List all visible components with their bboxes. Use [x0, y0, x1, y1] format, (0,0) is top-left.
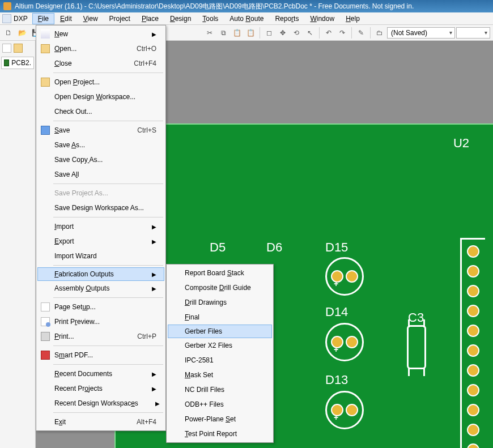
redo-icon[interactable]: ↷ — [336, 27, 348, 39]
menu-item-exit[interactable]: ExitAlt+F4 — [37, 415, 164, 429]
menu-item-save-copy-as[interactable]: Save Copy As... — [37, 152, 164, 167]
menu-file[interactable]: File — [32, 13, 54, 24]
pad-icon — [467, 364, 479, 377]
label-d14: D14 — [325, 305, 348, 319]
menu-item-close[interactable]: CloseCtrl+F4 — [37, 56, 164, 71]
browse-icon[interactable]: 🗀 — [373, 27, 386, 39]
submenu-item-mask-set[interactable]: Mask Set — [168, 368, 272, 382]
menu-item-save-all[interactable]: Save All — [37, 167, 164, 182]
menu-item-label: Page Setup... — [54, 303, 96, 311]
menu-window[interactable]: Window — [304, 13, 340, 24]
submenu-item-gerber-files[interactable]: Gerber Files — [168, 325, 272, 338]
menu-item-new[interactable]: New▶ — [37, 27, 164, 41]
toolbar-separator — [260, 27, 260, 39]
toolbar-separator — [351, 27, 352, 39]
menu-shortcut: Ctrl+P — [120, 332, 156, 340]
submenu-item-gerber-x2-files[interactable]: Gerber X2 Files — [168, 338, 272, 353]
paste-icon[interactable]: 📋 — [231, 27, 243, 39]
pad-icon — [467, 305, 479, 317]
open-icon[interactable]: 📂 — [16, 27, 28, 39]
menu-item-label: ODB++ Files — [185, 400, 224, 408]
panel-open-icon — [14, 44, 23, 53]
dxp-label[interactable]: DXP — [14, 15, 28, 23]
menu-item-print[interactable]: Print...Ctrl+P — [37, 329, 164, 344]
submenu-item-ipc-2581[interactable]: IPC-2581 — [168, 353, 272, 368]
menu-item-print-preview[interactable]: Print Preview... — [37, 314, 164, 329]
menu-item-open-project[interactable]: Open Project... — [37, 75, 164, 89]
menu-item-assembly-outputs[interactable]: Assembly Outputs▶ — [37, 281, 164, 296]
menu-item-label: Assembly Outputs — [54, 284, 109, 292]
menu-item-label: Gerber X2 Files — [185, 342, 232, 349]
menu-item-label: Save Copy As... — [54, 156, 103, 164]
cut-icon[interactable]: ✂ — [203, 27, 216, 39]
menu-item-save-as[interactable]: Save As... — [37, 138, 164, 152]
menu-tools[interactable]: Tools — [197, 13, 224, 24]
menu-reports[interactable]: Reports — [269, 13, 304, 24]
label-d13: D13 — [325, 373, 348, 387]
select-rect-icon[interactable]: ◻ — [263, 27, 275, 39]
menu-help[interactable]: Help — [340, 13, 366, 24]
dxp-button-icon[interactable] — [2, 14, 11, 23]
menu-item-label: Import — [54, 223, 74, 231]
submenu-item-report-board-stack[interactable]: Report Board Stack — [168, 266, 272, 280]
menu-item-save[interactable]: SaveCtrl+S — [37, 123, 164, 138]
menu-item-open[interactable]: Open...Ctrl+O — [37, 41, 164, 56]
menu-edit[interactable]: Edit — [54, 13, 78, 24]
menu-separator — [53, 184, 163, 184]
pad-icon — [467, 443, 479, 448]
menu-item-page-setup[interactable]: Page Setup... — [37, 300, 164, 314]
menu-design[interactable]: Design — [164, 13, 197, 24]
highlight-icon[interactable]: ✎ — [355, 27, 367, 39]
menu-separator — [53, 72, 163, 73]
panel-header[interactable] — [0, 41, 35, 56]
component-d13 — [325, 391, 364, 429]
menu-project[interactable]: Project — [104, 13, 136, 24]
menu-separator — [53, 364, 163, 365]
menu-item-check-out[interactable]: Check Out... — [37, 104, 164, 119]
paste-special-icon[interactable]: 📋 — [244, 27, 257, 39]
menu-item-import[interactable]: Import▶ — [37, 219, 164, 234]
menu-item-label: Mask Set — [185, 371, 213, 379]
toolbar-separator — [370, 27, 371, 39]
toolbar-separator — [319, 27, 320, 39]
menu-item-import-wizard[interactable]: Import Wizard — [37, 249, 164, 263]
secondary-combo[interactable] — [456, 27, 490, 39]
menu-item-label: Gerber Files — [185, 327, 222, 335]
menu-item-smart-pdf[interactable]: Smart PDF... — [37, 348, 164, 362]
menu-item-label: NC Drill Files — [185, 386, 224, 394]
submenu-item-test-point-report[interactable]: Test Point Report — [168, 426, 272, 441]
menu-item-export[interactable]: Export▶ — [37, 234, 164, 249]
menu-place[interactable]: Place — [136, 13, 164, 24]
submenu-arrow-icon: ▶ — [135, 271, 156, 278]
saved-state-combo[interactable]: (Not Saved) — [387, 27, 455, 39]
menu-item-label: Close — [54, 59, 72, 67]
menu-item-recent-projects[interactable]: Recent Projects▶ — [37, 381, 164, 396]
menu-item-recent-documents[interactable]: Recent Documents▶ — [37, 366, 164, 381]
submenu-item-drill-drawings[interactable]: Drill Drawings — [168, 295, 272, 310]
submenu-item-odb-files[interactable]: ODB++ Files — [168, 397, 272, 412]
deselect-icon[interactable]: ⟲ — [290, 27, 303, 39]
pad-icon — [346, 270, 358, 283]
document-tab[interactable]: PCB2. — [1, 57, 34, 69]
submenu-item-final[interactable]: Final — [168, 310, 272, 325]
menu-item-recent-design-workspaces[interactable]: Recent Design Workspaces▶ — [37, 396, 164, 411]
menu-view[interactable]: View — [78, 13, 104, 24]
menu-item-label: Import Wizard — [54, 252, 97, 260]
menu-item-fabrication-outputs[interactable]: Fabrication Outputs▶ — [37, 267, 164, 281]
move-icon[interactable]: ✥ — [277, 27, 289, 39]
copy-icon[interactable]: ⧉ — [217, 27, 230, 39]
menu-item-open-design-workspace[interactable]: Open Design Workspace... — [37, 89, 164, 104]
new-doc-icon[interactable]: 🗋 — [2, 27, 15, 39]
menu-auto-route[interactable]: Auto Route — [224, 13, 269, 24]
menu-item-save-design-workspace-as[interactable]: Save Design Workspace As... — [37, 200, 164, 215]
menu-shortcut: Ctrl+F4 — [117, 59, 156, 67]
menu-item-label: Save As... — [54, 141, 85, 149]
cursor-icon[interactable]: ↖ — [304, 27, 316, 39]
title-bar: Altium Designer (16.1) - C:\Users\Admini… — [0, 0, 493, 12]
submenu-item-nc-drill-files[interactable]: NC Drill Files — [168, 382, 272, 397]
submenu-item-power-plane-set[interactable]: Power-Plane Set — [168, 412, 272, 426]
app-logo-icon — [3, 2, 11, 10]
submenu-item-composite-drill-guide[interactable]: Composite Drill Guide — [168, 280, 272, 295]
undo-icon[interactable]: ↶ — [322, 27, 335, 39]
save-icon — [41, 126, 50, 135]
